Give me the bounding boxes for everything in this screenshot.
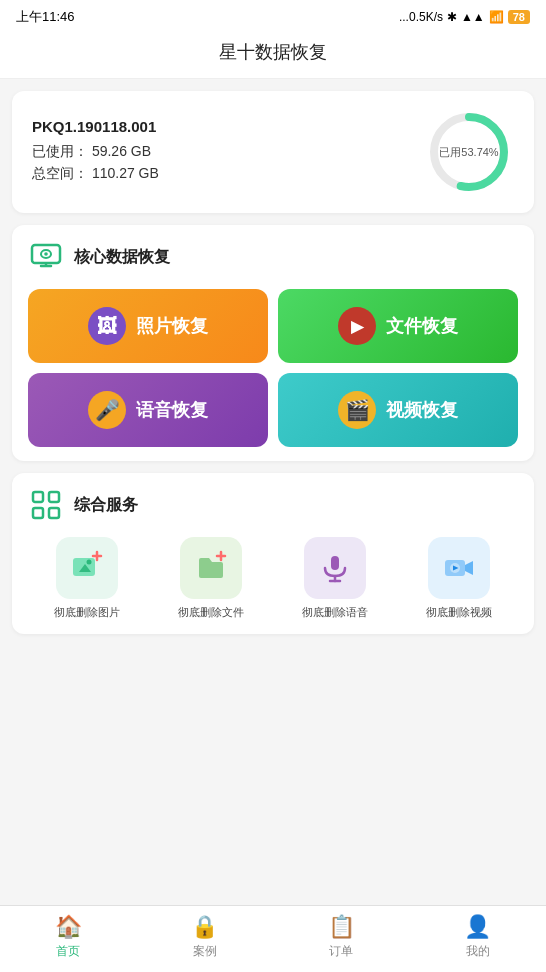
delete-voice-label: 彻底删除语音 [302, 605, 368, 620]
photo-recovery-btn[interactable]: 🖼 照片恢复 [28, 289, 268, 363]
svg-rect-8 [49, 492, 59, 502]
video-recovery-label: 视频恢复 [386, 398, 458, 422]
status-time: 上午11:46 [16, 8, 75, 26]
signal-icon: ▲▲ [461, 10, 485, 24]
photo-recovery-label: 照片恢复 [136, 314, 208, 338]
voice-recovery-label: 语音恢复 [136, 398, 208, 422]
nav-orders[interactable]: 📋 订单 [311, 914, 371, 960]
storage-info: PKQ1.190118.001 已使用： 59.26 GB 总空间： 110.2… [32, 118, 424, 187]
storage-card: PKQ1.190118.001 已使用： 59.26 GB 总空间： 110.2… [12, 91, 534, 213]
nav-profile-label: 我的 [466, 943, 490, 960]
total-label: 总空间： [32, 165, 88, 181]
network-speed: ...0.5K/s [399, 10, 443, 24]
photo-recovery-icon: 🖼 [88, 307, 126, 345]
nav-profile[interactable]: 👤 我的 [448, 914, 508, 960]
file-recovery-label: 文件恢复 [386, 314, 458, 338]
delete-voice-icon [304, 537, 366, 599]
service-delete-video[interactable]: 彻底删除视频 [400, 537, 518, 620]
delete-images-icon [56, 537, 118, 599]
home-icon: 🏠 [55, 914, 82, 940]
bluetooth-icon: ✱ [447, 10, 457, 24]
used-label: 已使用： [32, 143, 88, 159]
nav-cases[interactable]: 🔒 案例 [175, 914, 235, 960]
core-recovery-section: 核心数据恢复 🖼 照片恢复 ▶ 文件恢复 🎤 语音恢复 🎬 视频恢复 [12, 225, 534, 461]
services-section: 综合服务 彻底删除图片 彻底删除文件 [12, 473, 534, 634]
core-recovery-title: 核心数据恢复 [74, 247, 170, 268]
orders-icon: 📋 [328, 914, 355, 940]
services-icon [28, 487, 64, 523]
delete-files-label: 彻底删除文件 [178, 605, 244, 620]
storage-total-row: 总空间： 110.27 GB [32, 165, 424, 183]
profile-icon: 👤 [464, 914, 491, 940]
delete-video-icon [428, 537, 490, 599]
nav-home[interactable]: 🏠 首页 [38, 914, 98, 960]
recovery-grid: 🖼 照片恢复 ▶ 文件恢复 🎤 语音恢复 🎬 视频恢复 [28, 289, 518, 447]
services-header: 综合服务 [28, 487, 518, 523]
service-delete-images[interactable]: 彻底删除图片 [28, 537, 146, 620]
storage-model: PKQ1.190118.001 [32, 118, 424, 135]
battery-badge: 78 [508, 10, 530, 24]
delete-files-icon [180, 537, 242, 599]
svg-point-12 [87, 560, 92, 565]
core-recovery-header: 核心数据恢复 [28, 239, 518, 275]
storage-used-row: 已使用： 59.26 GB [32, 143, 424, 161]
storage-chart: 已用53.74% [424, 107, 514, 197]
nav-home-label: 首页 [56, 943, 80, 960]
status-right: ...0.5K/s ✱ ▲▲ 📶 78 [399, 10, 530, 24]
svg-point-6 [44, 252, 48, 256]
cases-icon: 🔒 [191, 914, 218, 940]
video-recovery-btn[interactable]: 🎬 视频恢复 [278, 373, 518, 447]
total-value: 110.27 GB [92, 165, 159, 181]
svg-rect-13 [331, 556, 339, 570]
svg-rect-7 [33, 492, 43, 502]
status-bar: 上午11:46 ...0.5K/s ✱ ▲▲ 📶 78 [0, 0, 546, 30]
svg-rect-9 [33, 508, 43, 518]
services-title: 综合服务 [74, 495, 138, 516]
delete-images-label: 彻底删除图片 [54, 605, 120, 620]
wifi-icon: 📶 [489, 10, 504, 24]
nav-orders-label: 订单 [329, 943, 353, 960]
page-title: 星十数据恢复 [0, 30, 546, 79]
file-recovery-btn[interactable]: ▶ 文件恢复 [278, 289, 518, 363]
services-grid: 彻底删除图片 彻底删除文件 彻底删除语音 [28, 537, 518, 620]
delete-video-label: 彻底删除视频 [426, 605, 492, 620]
bottom-nav: 🏠 首页 🔒 案例 📋 订单 👤 我的 [0, 905, 546, 972]
chart-percent-label: 已用53.74% [439, 145, 498, 160]
voice-recovery-icon: 🎤 [88, 391, 126, 429]
service-delete-files[interactable]: 彻底删除文件 [152, 537, 270, 620]
voice-recovery-btn[interactable]: 🎤 语音恢复 [28, 373, 268, 447]
file-recovery-icon: ▶ [338, 307, 376, 345]
core-recovery-icon [28, 239, 64, 275]
nav-cases-label: 案例 [193, 943, 217, 960]
svg-rect-10 [49, 508, 59, 518]
service-delete-voice[interactable]: 彻底删除语音 [276, 537, 394, 620]
video-recovery-icon: 🎬 [338, 391, 376, 429]
used-value: 59.26 GB [92, 143, 151, 159]
